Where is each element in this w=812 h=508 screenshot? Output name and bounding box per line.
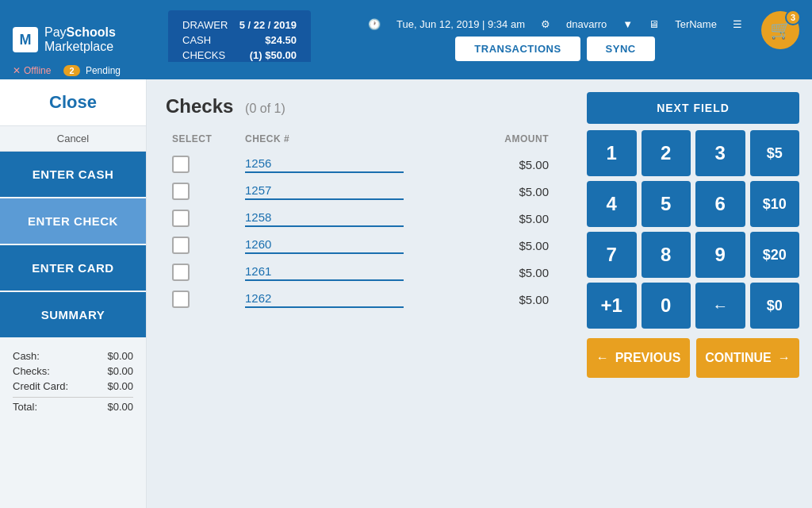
table-row: 1262 $5.00	[166, 286, 555, 313]
key-8[interactable]: 8	[642, 232, 691, 278]
checks-table: SELECT CHECK # AMOUNT 1256 $5.00 1257 $5…	[166, 130, 555, 313]
offline-icon: ✕	[13, 65, 21, 76]
cancel-link[interactable]: Cancel	[0, 126, 146, 152]
drawer-date: 5 / 22 / 2019	[234, 18, 297, 32]
key-1[interactable]: 1	[587, 130, 637, 176]
table-row: 1261 $5.00	[166, 259, 555, 286]
check-amount-1: $5.00	[477, 178, 555, 205]
key-2[interactable]: 2	[642, 130, 691, 176]
header-buttons: TRANSACTIONS SYNC	[455, 37, 654, 61]
cart-count: 3	[785, 10, 801, 25]
checks-panel: Checks (0 of 1) SELECT CHECK # AMOUNT 12…	[147, 79, 574, 508]
total-value: $0.00	[107, 401, 133, 413]
card-total-value: $0.00	[107, 380, 133, 392]
key-dollar-20[interactable]: $20	[750, 232, 800, 278]
key-3[interactable]: 3	[695, 130, 745, 176]
card-total-row: Credit Card: $0.00	[13, 379, 133, 394]
check-amount-3: $5.00	[477, 232, 555, 259]
dropdown-icon: ▼	[622, 18, 633, 30]
prev-arrow-icon: ←	[596, 351, 609, 365]
col-select: SELECT	[166, 130, 239, 151]
logo-m: M	[13, 27, 38, 52]
checks-label: CHECKS	[182, 48, 232, 62]
checks-total-label: Checks:	[13, 365, 50, 377]
key-dollar-5[interactable]: $5	[750, 130, 800, 176]
key-5[interactable]: 5	[642, 181, 691, 227]
key-backspace[interactable]: ←	[695, 283, 745, 329]
key-plus-1[interactable]: +1	[587, 283, 637, 329]
summary-button[interactable]: SUMMARY	[0, 292, 146, 337]
check-number-1[interactable]: 1257	[245, 183, 404, 200]
key-6[interactable]: 6	[695, 181, 745, 227]
close-button[interactable]: Close	[0, 79, 146, 126]
continue-button[interactable]: CONTINUE →	[696, 338, 799, 378]
cash-value: $24.50	[234, 33, 297, 47]
header-info-row: 🕐 Tue, Jun 12, 2019 | 9:34 am ⚙ dnavarro…	[368, 18, 742, 30]
check-select-0[interactable]	[172, 156, 190, 173]
status-bar: ✕ Offline 2 Pending	[0, 62, 812, 79]
check-amount-2: $5.00	[477, 205, 555, 232]
continue-label: CONTINUE	[705, 351, 772, 365]
check-amount-4: $5.00	[477, 259, 555, 286]
hamburger-menu[interactable]: ☰	[733, 18, 742, 30]
next-field-button[interactable]: NEXT FIELD	[587, 92, 799, 124]
total-row: Total: $0.00	[13, 397, 133, 414]
check-number-4[interactable]: 1261	[245, 264, 404, 281]
cash-total-value: $0.00	[107, 350, 133, 362]
check-amount-5: $5.00	[477, 286, 555, 313]
key-4[interactable]: 4	[587, 181, 637, 227]
key-9[interactable]: 9	[695, 232, 745, 278]
keypad-grid: 123$5456$10789$20+10←$0	[587, 130, 799, 329]
key-7[interactable]: 7	[587, 232, 637, 278]
key-0[interactable]: 0	[642, 283, 691, 329]
action-buttons: ← PREVIOUS CONTINUE →	[587, 338, 799, 378]
col-check: CHECK #	[239, 130, 477, 151]
check-select-1[interactable]	[172, 183, 190, 200]
datetime: Tue, Jun 12, 2019 | 9:34 am	[396, 18, 525, 30]
previous-label: PREVIOUS	[615, 351, 681, 365]
table-row: 1258 $5.00	[166, 205, 555, 232]
pending-count: 2	[63, 65, 79, 76]
header-middle: 🕐 Tue, Jun 12, 2019 | 9:34 am ⚙ dnavarro…	[311, 18, 799, 61]
table-row: 1260 $5.00	[166, 232, 555, 259]
main-content: Close Cancel ENTER CASH ENTER CHECK ENTE…	[0, 79, 812, 508]
checks-title: Checks (0 of 1)	[166, 95, 555, 117]
col-amount: AMOUNT	[477, 130, 555, 151]
enter-cash-button[interactable]: ENTER CASH	[0, 152, 146, 197]
check-select-4[interactable]	[172, 264, 190, 281]
key-dollar-10[interactable]: $10	[750, 181, 800, 227]
check-amount-0: $5.00	[477, 151, 555, 178]
cash-total-label: Cash:	[13, 350, 40, 362]
logo: M PaySchools Marketplace	[13, 25, 155, 53]
enter-card-button[interactable]: ENTER CARD	[0, 245, 146, 291]
keypad-area: NEXT FIELD 123$5456$10789$20+10←$0 ← PRE…	[574, 79, 812, 508]
cart-button[interactable]: 🛒 3	[761, 11, 799, 49]
logo-marketplace: Marketplace	[44, 40, 116, 54]
check-number-3[interactable]: 1260	[245, 237, 404, 254]
pending-label: Pending	[86, 65, 121, 76]
table-row: 1257 $5.00	[166, 178, 555, 205]
check-select-5[interactable]	[172, 291, 190, 308]
gear-icon: ⚙	[541, 18, 550, 30]
enter-check-button[interactable]: ENTER CHECK	[0, 198, 146, 244]
check-number-5[interactable]: 1262	[245, 291, 404, 308]
transactions-tab[interactable]: TRANSACTIONS	[455, 37, 580, 61]
card-total-label: Credit Card:	[13, 380, 68, 392]
check-number-0[interactable]: 1256	[245, 156, 404, 173]
checks-subtitle: (0 of 1)	[245, 102, 285, 115]
drawer-label: DRAWER	[182, 18, 232, 32]
terminal-icon: 🖥	[649, 18, 659, 30]
header: M PaySchools Marketplace DRAWER 5 / 22 /…	[0, 0, 812, 79]
checks-total-row: Checks: $0.00	[13, 364, 133, 379]
offline-label: Offline	[24, 65, 51, 76]
pending-badge: 2 Pending	[63, 65, 121, 76]
previous-button[interactable]: ← PREVIOUS	[587, 338, 690, 378]
key-dollar-0[interactable]: $0	[750, 283, 800, 329]
check-number-2[interactable]: 1258	[245, 210, 404, 227]
check-select-3[interactable]	[172, 237, 190, 254]
sync-tab[interactable]: SYNC	[587, 37, 655, 61]
check-select-2[interactable]	[172, 210, 190, 227]
checks-total-value: $0.00	[107, 365, 133, 377]
checks-value: (1) $50.00	[234, 48, 297, 62]
username: dnavarro	[566, 18, 607, 30]
